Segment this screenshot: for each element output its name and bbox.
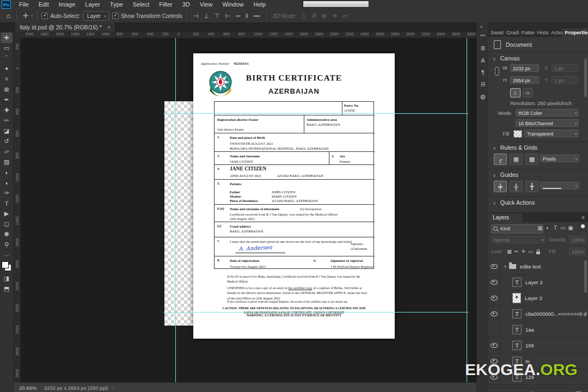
bit-depth-select[interactable]: 16 Bits/Channel ∨ <box>516 119 579 127</box>
status-arrow-icon[interactable]: › <box>113 385 114 390</box>
lock-icon-1[interactable]: ✏ <box>513 249 520 254</box>
3d-mode-icon-2[interactable]: ⊕ <box>319 13 329 20</box>
eraser-tool[interactable]: ▱ <box>1 146 13 157</box>
layer-row-0[interactable]: ∨edite text <box>488 259 588 274</box>
crop-tool[interactable]: ⌗ <box>1 74 13 84</box>
layer-row-2[interactable]: Layer 3 <box>488 290 588 306</box>
link-dimensions-icon[interactable] <box>495 67 499 76</box>
brush-settings-panel[interactable]: ✏ <box>480 32 485 39</box>
type-tool[interactable]: T <box>1 198 13 209</box>
ruler-top[interactable]: 2000180016001400120010008006004002000200… <box>21 32 476 39</box>
layer-filter-icon-3[interactable]: ▭ <box>559 225 567 231</box>
layer-filter-icon-0[interactable]: ▦ <box>536 225 544 231</box>
zoom-tool[interactable]: ⚲ <box>1 240 13 250</box>
visibility-toggle[interactable] <box>488 338 500 353</box>
blend-mode-select[interactable]: Normal ∨ <box>491 236 546 243</box>
menu-help[interactable]: Help <box>249 0 271 9</box>
tab-gradi[interactable]: Gradi <box>504 28 519 37</box>
layers-fill-field[interactable]: 100% <box>569 248 585 255</box>
brush-tool[interactable]: ✏ <box>1 115 13 126</box>
rulers-grids-button-1[interactable]: ▦ <box>510 154 523 165</box>
pen-tool[interactable]: ✑ <box>1 188 13 198</box>
character-panel[interactable]: A <box>481 57 485 64</box>
menu-select[interactable]: Select <box>128 0 155 9</box>
auto-select-target-dropdown[interactable]: Layer ∨ <box>83 11 109 21</box>
canvas-section-header[interactable]: ∨ Canvas <box>493 55 519 62</box>
align-icon-5[interactable]: ‖ <box>243 13 251 20</box>
healing-brush-tool[interactable]: ✚ <box>1 105 13 115</box>
color-swatches[interactable] <box>2 261 11 271</box>
panel-menu-icon[interactable]: ≡ <box>583 29 586 35</box>
menu-image[interactable]: Image <box>54 0 81 9</box>
gradient-tool[interactable]: ▨ <box>1 157 13 167</box>
rulers-grids-button-0[interactable]: ┌ <box>494 154 507 165</box>
mode-select[interactable]: RGB Color ∨ <box>516 109 579 117</box>
layer-filter-kind-select[interactable]: Kind <box>491 224 543 234</box>
menu-3d[interactable]: 3D <box>177 0 195 9</box>
tab-layers[interactable]: Layers <box>488 213 522 222</box>
opacity-field[interactable]: 100% <box>569 236 585 243</box>
horizontal-guide[interactable] <box>163 312 468 313</box>
tab-swatc[interactable]: Swatc <box>488 28 504 37</box>
toolbar-ellipsis-icon[interactable]: ⋯ <box>1 250 13 260</box>
fill-select[interactable]: Transparent ∨ <box>524 130 579 137</box>
tab-patter[interactable]: Patter <box>519 28 535 37</box>
horizontal-guide[interactable] <box>163 113 468 114</box>
rulers-grids-section-header[interactable]: ∨ Rulers & Grids <box>493 144 537 151</box>
menu-window[interactable]: Window <box>217 0 248 9</box>
panel-menu-icon[interactable]: ≡ <box>581 215 585 220</box>
menu-file[interactable]: File <box>14 0 34 9</box>
move-tool-icon[interactable]: ✛ <box>21 12 30 20</box>
clone-stamp-tool[interactable]: ◪ <box>1 126 13 136</box>
shape-tool[interactable]: ◻ <box>1 219 13 229</box>
height-field[interactable]: 2854 px <box>510 76 539 84</box>
lock-icon-3[interactable]: ▭ <box>527 249 534 254</box>
layer-row-5[interactable]: T169 <box>488 338 588 353</box>
lasso-tool[interactable]: ⌒ <box>1 53 13 64</box>
visibility-toggle[interactable] <box>488 306 500 321</box>
path-selection-tool[interactable]: ▶ <box>1 209 13 219</box>
3d-mode-icon-1[interactable]: ↺ <box>309 13 319 20</box>
3d-mode-icon-3[interactable]: ✛ <box>329 13 340 20</box>
chevron-down-icon[interactable]: ∨ <box>30 14 33 18</box>
layer-row-3[interactable]: Tc8a0000000...<<<<<<<0 d <box>488 306 588 322</box>
align-icon-4[interactable]: ═ <box>233 13 243 20</box>
chevron-down-icon[interactable]: ∨ <box>504 264 507 269</box>
y-field[interactable]: 1 px <box>552 76 578 84</box>
width-field[interactable]: 2232 px <box>510 64 539 72</box>
visibility-toggle[interactable] <box>488 259 500 274</box>
vertical-guide[interactable] <box>175 38 176 382</box>
adjustments-panel[interactable]: ≣ <box>480 45 485 52</box>
lock-icon-0[interactable]: ▦ <box>506 249 513 254</box>
quick-actions-section-header[interactable]: ∨ Quick Actions <box>493 199 535 206</box>
object-selection-tool[interactable]: ✦ <box>1 64 13 74</box>
glyphs-panel[interactable]: Я <box>481 81 485 88</box>
lock-all-icon[interactable] <box>536 252 540 254</box>
x-field[interactable]: 1 px <box>552 64 578 72</box>
close-icon[interactable]: × <box>107 24 111 30</box>
layer-row-1[interactable]: TLayer 2 <box>488 274 588 290</box>
scrollbar[interactable] <box>584 59 587 97</box>
paragraph-panel[interactable]: ¶ <box>481 69 485 76</box>
foreground-color-swatch[interactable] <box>2 261 9 268</box>
portrait-orientation-button[interactable]: ▯ <box>510 88 520 97</box>
screen-mode-icon[interactable]: ⬒ <box>1 284 13 294</box>
zoom-level-field[interactable]: 20.66% <box>19 385 44 391</box>
vertical-guide[interactable] <box>467 38 467 382</box>
guide-style-select[interactable]: ∨ <box>540 182 579 189</box>
menu-type[interactable]: Type <box>105 0 128 9</box>
certificate-document[interactable]: Application Number 4525554/1 BIRTH CERTI… <box>193 53 395 339</box>
libraries-panel[interactable]: ◍ <box>480 93 486 100</box>
home-icon[interactable]: ⌂ <box>4 12 13 20</box>
landscape-orientation-button[interactable]: ▭ <box>523 88 533 97</box>
layer-filter-icon-2[interactable]: T <box>552 225 559 231</box>
lock-icon-2[interactable]: ✛ <box>520 249 527 254</box>
guides-button-2[interactable]: ╋ <box>525 181 538 192</box>
canvas-area[interactable]: Application Number 4525554/1 BIRTH CERTI… <box>21 38 476 382</box>
tab-histo[interactable]: Histo <box>535 28 549 37</box>
ruler-left[interactable]: 2000200400600800100012001400160018002000… <box>14 38 21 382</box>
align-icon-1[interactable]: ⊥ <box>201 13 212 20</box>
units-select[interactable]: Pixels ∨ <box>540 155 579 162</box>
fill-swatch[interactable] <box>513 130 522 138</box>
filter-toggle-icon[interactable] <box>581 224 585 228</box>
